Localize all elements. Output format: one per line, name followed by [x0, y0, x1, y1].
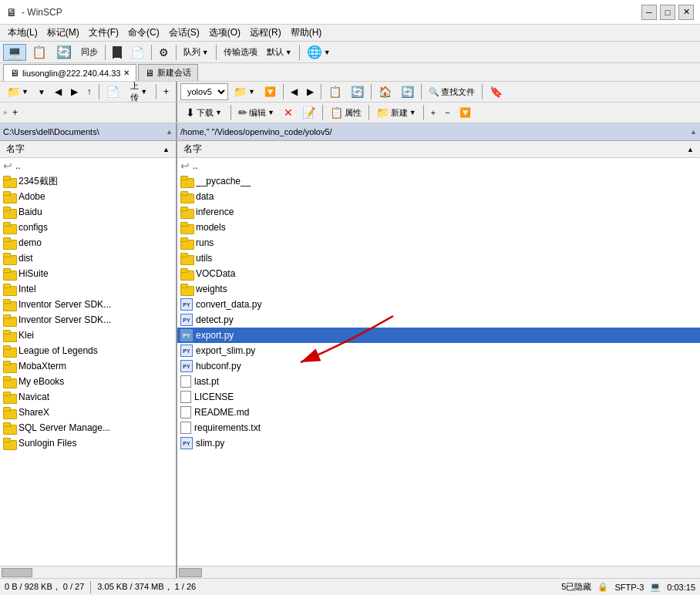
list-item[interactable]: PY export_slim.py — [177, 343, 700, 358]
left-file-list[interactable]: ↩ .. 2345截图 Adobe Baidu — [0, 158, 176, 566]
left-up[interactable]: ↑ — [83, 83, 96, 100]
right-filter2[interactable]: 🔽 — [456, 104, 475, 121]
list-item[interactable]: dist — [0, 250, 176, 266]
left-open-btn[interactable]: 📁 ▼ — [3, 83, 32, 100]
menu-local[interactable]: 本地(L) — [3, 25, 42, 41]
list-item[interactable]: Inventor Server SDK... — [0, 297, 176, 312]
tab-session1[interactable]: 🖥 liusonglin@222.240.44.33 ✕ — [3, 64, 136, 81]
right-new[interactable]: 📁 新建 ▼ — [372, 104, 420, 121]
right-filter[interactable]: 🔽 — [261, 83, 280, 100]
menu-help[interactable]: 帮助(H) — [286, 25, 327, 41]
left-add2[interactable]: + — [8, 104, 22, 121]
right-delete[interactable]: ✕ — [280, 104, 297, 121]
right-search[interactable]: 🔍 查找文件 — [425, 83, 479, 100]
right-col-header: 名字 ▲ — [177, 141, 700, 158]
list-item[interactable]: __pycache__ — [177, 173, 700, 189]
toolbar-btn2[interactable]: 📋 — [28, 44, 51, 61]
toolbar-btn5[interactable]: 📄 — [127, 44, 148, 61]
list-item[interactable]: PY hubconf.py — [177, 358, 700, 374]
right-file-list[interactable]: ↩ .. __pycache__ data — [177, 158, 700, 566]
toolbar-default[interactable]: 默认 ▼ — [263, 44, 296, 61]
list-item[interactable]: ↩ .. — [177, 158, 700, 173]
right-refresh2[interactable]: 🔄 — [397, 83, 418, 100]
list-item[interactable]: runs — [177, 235, 700, 250]
list-item[interactable]: last.pt — [177, 374, 700, 389]
right-rename[interactable]: 📝 — [298, 104, 319, 121]
list-item[interactable]: requirements.txt — [177, 420, 700, 435]
tab-new-session[interactable]: 🖥 新建会话 — [138, 64, 198, 81]
left-refresh[interactable]: 📄 — [103, 83, 123, 100]
list-item[interactable]: SQL Server Manage... — [0, 420, 176, 435]
menu-command[interactable]: 命令(C) — [123, 25, 164, 41]
list-item[interactable]: Sunlogin Files — [0, 435, 176, 451]
right-hscrollbar[interactable] — [177, 566, 700, 578]
close-button[interactable]: ✕ — [678, 5, 694, 20]
list-item[interactable]: Baidu — [0, 204, 176, 220]
folder-icon — [3, 422, 15, 434]
right-open-btn[interactable]: 📁 ▼ — [230, 83, 259, 100]
list-item[interactable]: PY slim.py — [177, 435, 700, 451]
toolbar-sep1 — [105, 45, 106, 60]
right-plus[interactable]: + — [427, 104, 439, 121]
list-item[interactable]: weights — [177, 281, 700, 297]
right-sep2 — [321, 84, 321, 99]
minimize-button[interactable]: ─ — [641, 5, 657, 20]
list-item[interactable]: configs — [0, 220, 176, 235]
list-item[interactable]: PY convert_data.py — [177, 297, 700, 312]
tab-close-1[interactable]: ✕ — [123, 69, 130, 77]
right-minus[interactable]: − — [441, 104, 453, 121]
menu-mark[interactable]: 标记(M) — [42, 25, 84, 41]
list-item[interactable]: utils — [177, 250, 700, 266]
right-bookmark[interactable]: 🔖 — [486, 83, 506, 100]
list-item[interactable]: PY detect.py — [177, 312, 700, 328]
list-item[interactable]: HiSuite — [0, 266, 176, 281]
menu-remote[interactable]: 远程(R) — [245, 25, 286, 41]
right-properties[interactable]: 📋 属性 — [326, 104, 365, 121]
list-item[interactable]: ↩ .. — [0, 158, 176, 173]
right-download[interactable]: ⬇ 下载 ▼ — [180, 104, 227, 121]
left-back[interactable]: ◀ — [51, 83, 66, 100]
maximize-button[interactable]: □ — [660, 5, 675, 20]
list-item[interactable]: My eBooks — [0, 374, 176, 389]
list-item[interactable]: Intel — [0, 281, 176, 297]
dir-combo[interactable]: yolov5 — [180, 83, 228, 100]
toolbar-settings[interactable]: ⚙ — [155, 44, 173, 61]
right-home[interactable]: 🏠 — [375, 83, 395, 100]
toolbar-queue[interactable]: 队列 ▼ — [180, 44, 213, 61]
list-item[interactable]: README.md — [177, 405, 700, 420]
toolbar-transfer[interactable]: 传输选项 — [220, 44, 261, 61]
list-item[interactable]: PY export.py — [177, 328, 700, 343]
menu-session[interactable]: 会话(S) — [164, 25, 204, 41]
list-item[interactable]: MobaXterm — [0, 358, 176, 374]
list-item[interactable]: data — [177, 189, 700, 204]
list-item[interactable]: ShareX — [0, 405, 176, 420]
list-item[interactable]: 2345截图 — [0, 173, 176, 189]
list-item[interactable]: Inventor Server SDK... — [0, 312, 176, 328]
toolbar-new-session[interactable]: 💻 — [3, 44, 26, 61]
list-item[interactable]: models — [177, 220, 700, 235]
right-back[interactable]: ◀ — [287, 83, 301, 100]
right-forward[interactable]: ▶ — [303, 83, 318, 100]
left-add-btn[interactable]: + — [160, 83, 173, 100]
toolbar-remote-icon[interactable]: 🌐 ▼ — [303, 44, 335, 61]
left-forward[interactable]: ▶ — [67, 83, 82, 100]
right-refresh[interactable]: 🔄 — [347, 83, 368, 100]
menu-file[interactable]: 文件(F) — [84, 25, 123, 41]
list-item[interactable]: demo — [0, 235, 176, 250]
right-copy[interactable]: 📋 — [325, 83, 345, 100]
list-item[interactable]: VOCData — [177, 266, 700, 281]
toolbar-sync[interactable]: 同步 — [77, 44, 102, 61]
list-item[interactable]: Navicat — [0, 389, 176, 405]
list-item[interactable]: Adobe — [0, 189, 176, 204]
list-item[interactable]: LICENSE — [177, 389, 700, 405]
list-item[interactable]: Klei — [0, 328, 176, 343]
menu-options[interactable]: 选项(O) — [204, 25, 245, 41]
left-hscrollbar[interactable] — [0, 566, 176, 578]
left-nav-down[interactable]: ▼ — [34, 83, 49, 100]
list-item[interactable]: League of Legends — [0, 343, 176, 358]
left-upload[interactable]: 上传 ▼ — [125, 83, 153, 100]
toolbar-btn3[interactable]: 🔄 — [52, 44, 76, 61]
toolbar-cmd[interactable]: _ — [109, 44, 126, 61]
right-edit[interactable]: ✏ 编辑 ▼ — [234, 104, 278, 121]
list-item[interactable]: inference — [177, 204, 700, 220]
